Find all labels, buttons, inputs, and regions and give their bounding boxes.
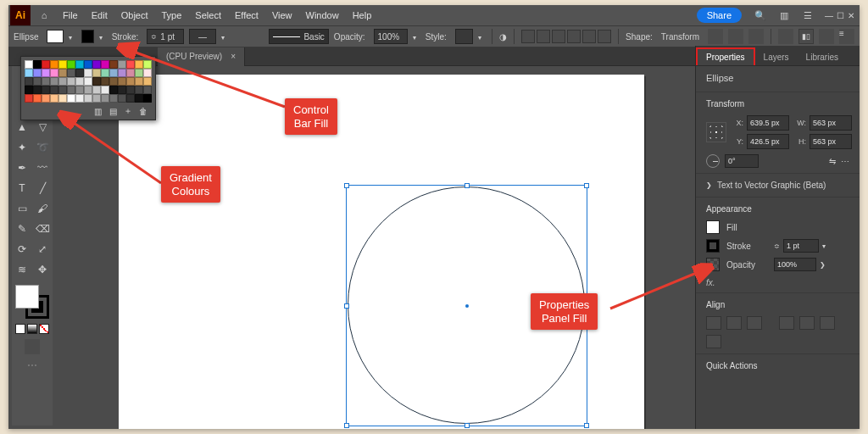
svg-line-2	[610, 268, 709, 309]
annotation-arrows	[8, 5, 868, 434]
svg-line-0	[122, 47, 285, 107]
callout-control-fill: Control Bar Fill	[285, 98, 337, 135]
svg-line-1	[63, 115, 161, 183]
application-frame: Ai ⌂ File Edit Object Type Select Effect…	[8, 5, 860, 429]
callout-gradient: Gradient Colours	[161, 166, 220, 203]
callout-properties-fill: Properties Panel Fill	[531, 293, 598, 330]
